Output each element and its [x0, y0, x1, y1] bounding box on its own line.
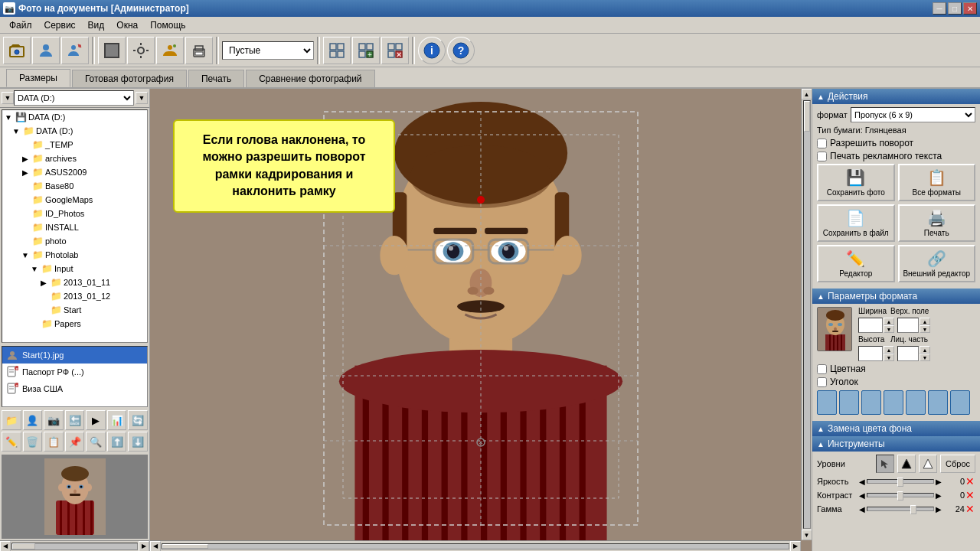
- tree-item-archives[interactable]: ▶ 📁 archives: [2, 152, 147, 165]
- file-item-1[interactable]: ✕ Паспорт РФ (...): [2, 364, 147, 380]
- lb-btn-1[interactable]: 📁: [2, 410, 21, 430]
- tree-toggle[interactable]: [21, 210, 30, 218]
- gamma-reset-btn[interactable]: ✕: [965, 504, 975, 514]
- scroll-right-btn[interactable]: ▶: [139, 541, 149, 552]
- levels-cursor-btn[interactable]: [876, 455, 894, 473]
- center-vscroll-thumb[interactable]: [804, 101, 810, 132]
- tree-item-input[interactable]: ▼ 📁 Input: [2, 262, 147, 276]
- lb-btn-6[interactable]: 📊: [107, 410, 127, 430]
- toolbar-info-btn[interactable]: i: [418, 37, 446, 64]
- drive-dropdown-btn[interactable]: ▼: [136, 92, 148, 104]
- center-scroll-left[interactable]: ◀: [150, 541, 161, 552]
- hscroll-thumb[interactable]: [12, 543, 35, 549]
- brightness-thumb[interactable]: [897, 478, 903, 487]
- contrast-reset-btn[interactable]: ✕: [965, 490, 975, 500]
- print-ad-checkbox[interactable]: [817, 152, 827, 161]
- width-spin-up[interactable]: ▲: [884, 318, 894, 325]
- tree-item-2013-01-12[interactable]: 📁 2013_01_12: [2, 289, 147, 303]
- contrast-thumb[interactable]: [897, 491, 903, 500]
- face-spin-up[interactable]: ▲: [920, 318, 930, 325]
- file-list[interactable]: Start(1).jpg ✕ Паспорт РФ (...) ✕ Виза С…: [2, 346, 148, 407]
- close-button[interactable]: ✕: [963, 2, 977, 15]
- toolbar-settings-btn[interactable]: [127, 37, 155, 64]
- tab-print[interactable]: Печать: [188, 70, 244, 87]
- print-btn[interactable]: 🖨️ Печать: [898, 204, 976, 242]
- actions-header[interactable]: ▲ Действия: [812, 89, 980, 104]
- toolbar-rect-btn[interactable]: [98, 37, 126, 64]
- menu-file[interactable]: Файл: [3, 18, 38, 32]
- lb-btn-8[interactable]: ✏️: [2, 432, 21, 452]
- portrait-option-6[interactable]: [950, 390, 970, 415]
- tree-item-start[interactable]: 📁 Start: [2, 303, 147, 317]
- tree-item-photolab[interactable]: ▼ 📁 Photolab: [2, 248, 147, 262]
- tree-item-base80[interactable]: 📁 Base80: [2, 179, 147, 193]
- toolbar-del-btn[interactable]: ✕: [381, 37, 409, 64]
- tree-item-data-d[interactable]: ▼ 📁 DATA (D:): [2, 124, 147, 138]
- width-input[interactable]: 50: [858, 318, 883, 333]
- levels-white-btn[interactable]: [919, 455, 937, 473]
- gamma-thumb[interactable]: [910, 505, 916, 514]
- collapse-drive-btn[interactable]: ▼: [2, 92, 14, 104]
- gamma-track[interactable]: [867, 507, 934, 511]
- height-input[interactable]: 80: [858, 346, 883, 361]
- tree-toggle[interactable]: [21, 182, 30, 191]
- lb-btn-2[interactable]: 👤: [23, 410, 43, 430]
- tree-toggle[interactable]: [39, 292, 48, 301]
- center-scroll-up[interactable]: ▲: [802, 89, 812, 99]
- height-spin-down[interactable]: ▼: [884, 354, 894, 361]
- lb-btn-11[interactable]: 📌: [65, 432, 85, 452]
- tree-toggle[interactable]: [21, 237, 30, 246]
- tree-toggle[interactable]: [21, 141, 30, 149]
- toolbar-grid-btn[interactable]: [323, 37, 351, 64]
- width-spin-down[interactable]: ▼: [884, 325, 894, 333]
- portrait-option-1[interactable]: [839, 390, 859, 415]
- center-hscroll-thumb[interactable]: [162, 544, 208, 549]
- portrait-option-3[interactable]: [884, 390, 903, 415]
- lb-btn-4[interactable]: 🔙: [65, 410, 85, 430]
- tab-ready-photo[interactable]: Готовая фотография: [72, 70, 187, 87]
- lb-btn-7[interactable]: 🔄: [128, 410, 148, 430]
- drive-select[interactable]: DATA (D:): [14, 90, 134, 106]
- height-spin-up[interactable]: ▲: [884, 346, 894, 354]
- gamma-dec-btn[interactable]: ◀: [859, 505, 865, 514]
- brightness-reset-btn[interactable]: ✕: [965, 476, 975, 487]
- file-item-2[interactable]: ✕ Виза США: [2, 380, 147, 397]
- scroll-left-btn[interactable]: ◀: [0, 541, 11, 552]
- menu-windows[interactable]: Окна: [110, 18, 144, 32]
- portrait-option-2[interactable]: [861, 390, 881, 415]
- center-vscrollbar[interactable]: ▲ ▼: [801, 89, 812, 540]
- tree-toggle[interactable]: ▼: [21, 251, 30, 259]
- tree-item-install[interactable]: 📁 INSTALL: [2, 220, 147, 234]
- brightness-track[interactable]: [867, 479, 934, 484]
- brightness-inc-btn[interactable]: ▶: [936, 478, 942, 486]
- face-input[interactable]: 4: [897, 318, 919, 333]
- allow-rotation-checkbox[interactable]: [817, 139, 827, 148]
- corner-checkbox[interactable]: [817, 377, 827, 387]
- tree-toggle[interactable]: ▼: [30, 265, 39, 273]
- reset-btn[interactable]: Сброс: [940, 455, 975, 473]
- save-to-file-btn[interactable]: 📄 Сохранить в файл: [817, 204, 895, 242]
- tree-item-papers[interactable]: 📁 Papers: [2, 317, 147, 331]
- left-panel-hscrollbar[interactable]: ◀ ▶: [0, 540, 149, 551]
- menu-help[interactable]: Помощь: [144, 18, 191, 32]
- body-spin-up[interactable]: ▲: [920, 346, 930, 354]
- tree-item-googlemaps[interactable]: 📁 GoogleMaps: [2, 193, 147, 207]
- menu-service[interactable]: Сервис: [38, 18, 82, 32]
- toolbar-help-btn[interactable]: ?: [447, 37, 475, 64]
- center-hscrollbar[interactable]: ◀ ▶: [150, 540, 801, 551]
- gamma-inc-btn[interactable]: ▶: [936, 505, 942, 514]
- tree-item-data-d-root[interactable]: ▼ 💾 DATA (D:): [2, 110, 147, 124]
- tree-item-asus2009[interactable]: ▶ 📁 ASUS2009: [2, 165, 147, 179]
- editor-btn[interactable]: ✏️ Редактор: [817, 245, 895, 282]
- tree-toggle[interactable]: ▼: [4, 113, 13, 122]
- tree-toggle[interactable]: [39, 306, 48, 315]
- format-select[interactable]: Пропуск (6 x 9): [851, 107, 975, 122]
- tree-toggle[interactable]: [21, 223, 30, 232]
- format-params-header[interactable]: ▲ Параметры формата: [812, 289, 980, 304]
- body-input[interactable]: 19: [897, 346, 919, 361]
- tab-compare[interactable]: Сравнение фотографий: [246, 70, 374, 87]
- maximize-button[interactable]: □: [948, 2, 962, 15]
- tree-toggle[interactable]: ▼: [11, 127, 21, 135]
- tree-toggle[interactable]: ▶: [21, 168, 30, 177]
- center-scroll-down[interactable]: ▼: [802, 530, 812, 540]
